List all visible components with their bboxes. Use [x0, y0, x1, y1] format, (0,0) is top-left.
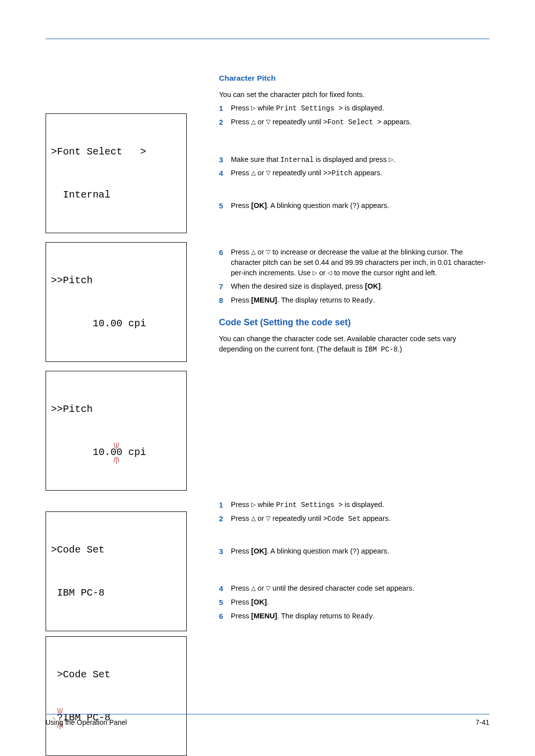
heading-code-set: Code Set (Setting the code set): [219, 317, 489, 328]
lcd-line: IBM PC-8: [51, 586, 181, 600]
step-body: Press [OK].: [231, 597, 489, 607]
step-body: Press △ or ▽ repeatedly until >Font Sele…: [231, 117, 489, 127]
step-body: Press ▷ while Print Settings > is displa…: [231, 103, 489, 113]
steps-list: 1 Press ▷ while Print Settings > is disp…: [219, 103, 489, 128]
triangle-up-icon: △: [251, 584, 256, 593]
step-body: Press △ or ▽ until the desired character…: [231, 583, 489, 594]
step-number: 2: [219, 513, 231, 524]
triangle-left-icon: ◁: [327, 269, 332, 277]
steps-list: 1 Press ▷ while Print Settings > is disp…: [219, 500, 489, 524]
step-number: 6: [219, 247, 231, 258]
right-column: 1 Press ▷ while Print Settings > is disp…: [208, 500, 489, 625]
triangle-up-icon: △: [251, 514, 256, 523]
step-number: 3: [219, 154, 231, 165]
step-body: Press [MENU]. The display returns to Rea…: [231, 611, 489, 621]
step-number: 6: [219, 611, 231, 622]
lcd-line: >Code Set: [51, 543, 181, 557]
triangle-up-icon: △: [251, 169, 256, 177]
lcd-pitch: >>Pitch 10.00 cpi: [46, 242, 187, 362]
step-body: Press △ or ▽ repeatedly until >>Pitch ap…: [231, 168, 489, 178]
lcd-line: >Font Select >: [51, 145, 181, 159]
steps-list: 4 Press △ or ▽ until the desired charact…: [219, 583, 489, 621]
lcd-pitch-blink: >>Pitch 10.\|/00/|\ cpi: [46, 371, 187, 491]
lcd-line: >Code Set: [51, 667, 181, 682]
lcd-line: 10.\|/00/|\ cpi: [51, 445, 181, 459]
step-number: 4: [219, 583, 231, 594]
triangle-down-icon: ▽: [266, 514, 270, 523]
steps-list: 6 Press △ or ▽ to increase or decrease t…: [219, 247, 489, 306]
left-column: >Font Select > Internal >>Pitch 10.00 cp…: [46, 74, 208, 500]
lcd-font-select: >Font Select > Internal: [46, 113, 187, 233]
page-footer: Using the Operation Panel 7-41: [46, 714, 489, 726]
heading-character-pitch: Character Pitch: [219, 74, 489, 83]
triangle-down-icon: ▽: [266, 584, 270, 593]
step-number: 7: [219, 281, 231, 292]
step-number: 8: [219, 295, 231, 306]
lcd-code-set: >Code Set IBM PC-8: [46, 511, 187, 631]
step-body: Press △ or ▽ to increase or decrease the…: [231, 247, 489, 278]
step-number: 5: [219, 597, 231, 608]
step-body: Press [MENU]. The display returns to Rea…: [231, 295, 489, 305]
step-number: 1: [219, 500, 231, 510]
lcd-line: 10.00 cpi: [51, 316, 181, 331]
step-number: 4: [219, 168, 231, 179]
intro-text: You can change the character code set. A…: [219, 334, 489, 354]
steps-list: 5 Press [OK]. A blinking question mark (…: [219, 201, 489, 211]
step-body: Press [OK]. A blinking question mark (?)…: [231, 201, 489, 211]
triangle-down-icon: ▽: [266, 118, 270, 126]
page-top-rule: [46, 39, 489, 39]
triangle-right-icon: ▷: [389, 155, 393, 164]
lcd-line: >>Pitch: [51, 402, 181, 416]
step-body: When the desired size is displayed, pres…: [231, 281, 489, 292]
triangle-up-icon: △: [251, 118, 256, 126]
footer-left: Using the Operation Panel: [46, 718, 127, 726]
lcd-code-set-blink: >Code Set \|/-?/|\IBM PC-8: [46, 636, 187, 756]
step-number: 1: [219, 103, 231, 114]
triangle-down-icon: ▽: [266, 169, 270, 177]
steps-list: 3 Press [OK]. A blinking question mark (…: [219, 546, 489, 557]
step-body: Press △ or ▽ repeatedly until >Code Set …: [231, 513, 489, 524]
step-number: 3: [219, 546, 231, 557]
triangle-right-icon: ▷: [313, 269, 317, 277]
triangle-right-icon: ▷: [251, 501, 256, 509]
step-body: Press ▷ while Print Settings > is displa…: [231, 500, 489, 510]
step-body: Press [OK]. A blinking question mark (?)…: [231, 546, 489, 556]
triangle-right-icon: ▷: [251, 104, 256, 112]
step-number: 5: [219, 201, 231, 211]
steps-list: 3 Make sure that Internal is displayed a…: [219, 154, 489, 179]
lcd-line: >>Pitch: [51, 273, 181, 288]
right-column: Character Pitch You can set the characte…: [208, 74, 489, 358]
lcd-line: Internal: [51, 188, 181, 202]
footer-right: 7-41: [476, 718, 489, 726]
step-body: Make sure that Internal is displayed and…: [231, 154, 489, 165]
triangle-down-icon: ▽: [266, 248, 270, 256]
step-number: 2: [219, 117, 231, 128]
intro-text: You can set the character pitch for fixe…: [219, 90, 489, 100]
triangle-up-icon: △: [251, 248, 256, 256]
